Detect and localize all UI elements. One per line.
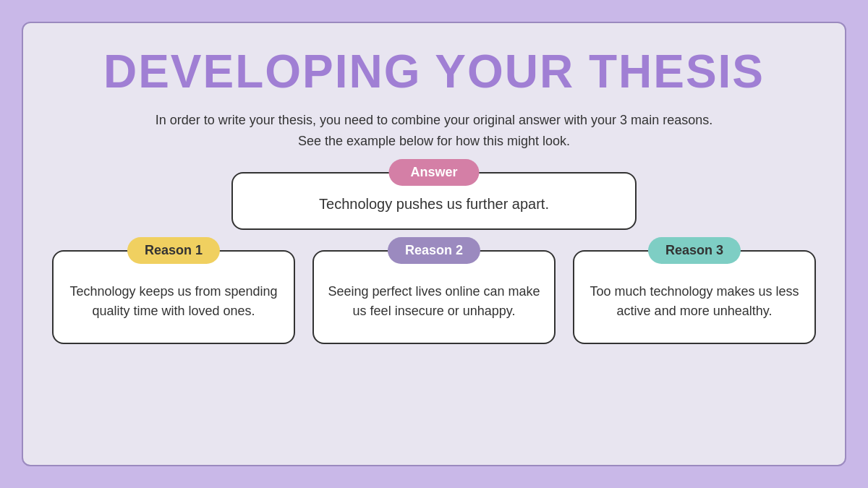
- reason-2-box: Seeing perfect lives online can make us …: [312, 250, 556, 344]
- reason-section-3: Reason 3 Too much technology makes us le…: [573, 250, 816, 344]
- reason-section-1: Reason 1 Technology keeps us from spendi…: [52, 250, 295, 344]
- reason-3-text: Too much technology makes us less active…: [586, 282, 803, 321]
- reason-1-box: Technology keeps us from spending qualit…: [52, 250, 295, 344]
- reason-section-2: Reason 2 Seeing perfect lives online can…: [312, 250, 556, 344]
- page-title: DEVELOPING YOUR THESIS: [103, 45, 765, 98]
- reason-2-label: Reason 2: [388, 237, 480, 264]
- subtitle: In order to write your thesis, you need …: [156, 110, 712, 152]
- answer-label: Answer: [388, 159, 479, 186]
- reason-1-text: Technology keeps us from spending qualit…: [65, 282, 282, 321]
- main-container: DEVELOPING YOUR THESIS In order to write…: [22, 22, 846, 466]
- reason-2-text: Seeing perfect lives online can make us …: [326, 282, 542, 321]
- subtitle-line2: See the example below for how this might…: [298, 134, 570, 148]
- reason-3-label: Reason 3: [648, 237, 741, 264]
- subtitle-line1: In order to write your thesis, you need …: [156, 113, 712, 127]
- reasons-row: Reason 1 Technology keeps us from spendi…: [52, 250, 816, 344]
- answer-section: Answer Technology pushes us further apar…: [231, 172, 637, 230]
- reason-1-label: Reason 1: [127, 237, 220, 264]
- reason-3-box: Too much technology makes us less active…: [573, 250, 816, 344]
- answer-text: Technology pushes us further apart.: [319, 196, 549, 213]
